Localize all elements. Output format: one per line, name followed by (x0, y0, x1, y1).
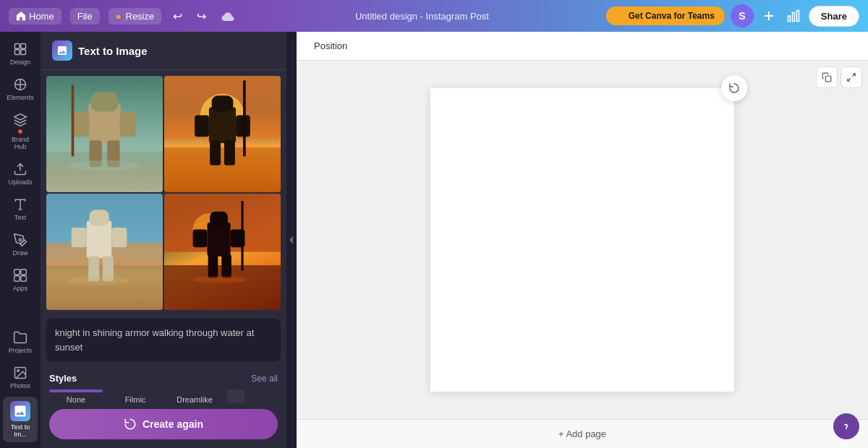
get-canva-button[interactable]: ★ Get Canva for Teams (606, 7, 725, 25)
help-button[interactable] (833, 413, 859, 439)
icon-sidebar: Design Elements Brand Hub Uploads Text D… (0, 32, 41, 448)
sidebar-item-brand-hub[interactable]: Brand Hub (3, 108, 38, 155)
styles-header: Styles See all (41, 367, 286, 387)
sidebar-text-label: Text (14, 214, 27, 221)
undo-button[interactable]: ↩ (170, 7, 185, 26)
sidebar-item-apps[interactable]: Apps (3, 264, 38, 296)
svg-rect-3 (15, 44, 20, 49)
svg-rect-66 (169, 391, 221, 392)
sidebar-item-design[interactable]: Design (3, 38, 38, 70)
sidebar-item-elements[interactable]: Elements (3, 73, 38, 105)
add-page-button[interactable]: + Add page (558, 428, 606, 439)
panel-header: Text to Image (41, 32, 286, 70)
svg-rect-12 (21, 276, 27, 282)
svg-point-14 (17, 370, 19, 371)
sidebar-item-draw[interactable]: Draw (3, 228, 38, 261)
svg-rect-10 (21, 270, 27, 275)
style-thumb-dreamlike (168, 389, 221, 392)
svg-rect-53 (242, 201, 244, 271)
panel-hide-toggle[interactable] (286, 32, 297, 448)
see-all-button[interactable]: See all (251, 374, 278, 384)
svg-rect-22 (72, 85, 75, 156)
svg-point-54 (193, 276, 247, 283)
share-button[interactable]: Share (809, 6, 859, 27)
cloud-save-button[interactable] (218, 8, 238, 24)
topbar: Home File ● Resize ↩ ↪ Untitled design -… (0, 0, 868, 32)
position-label: Position (314, 40, 347, 51)
generated-image-2[interactable] (164, 76, 281, 192)
refresh-button[interactable] (721, 75, 747, 101)
generated-images-grid (46, 76, 281, 310)
canvas-area: Position + Add pag (297, 32, 868, 448)
panel-header-icon (52, 40, 72, 61)
style-thumb-filmic (109, 389, 162, 392)
svg-rect-18 (73, 112, 89, 137)
svg-rect-39 (72, 228, 87, 247)
svg-rect-9 (14, 270, 20, 275)
file-button[interactable]: File (70, 8, 100, 25)
canvas-expand-button[interactable] (841, 66, 862, 88)
canvas-workspace[interactable] (297, 61, 868, 419)
svg-rect-2 (796, 11, 799, 22)
sidebar-item-projects[interactable]: Projects (3, 326, 38, 358)
sidebar-item-uploads[interactable]: Uploads (3, 158, 38, 190)
home-label: Home (29, 11, 54, 22)
svg-rect-0 (788, 16, 790, 22)
resize-label: Resize (126, 11, 155, 22)
topbar-right: ★ Get Canva for Teams S Share (606, 4, 859, 27)
analytics-button[interactable] (784, 7, 803, 25)
svg-rect-32 (224, 140, 235, 165)
sidebar-item-text[interactable]: Text (3, 193, 38, 225)
style-item-none[interactable]: None (49, 389, 103, 397)
sidebar-apps-label: Apps (13, 285, 28, 292)
generated-image-4[interactable] (164, 194, 281, 310)
add-collaborator-button[interactable] (760, 7, 778, 25)
panel-title: Text to Image (78, 45, 148, 57)
svg-rect-27 (209, 107, 236, 143)
create-again-label: Create again (142, 418, 203, 430)
svg-rect-11 (14, 276, 20, 282)
style-name-dreamlike: Dreamlike (176, 395, 213, 403)
style-item-filmic[interactable]: Filmic (109, 389, 162, 397)
add-page-bar: + Add page (297, 419, 868, 448)
redo-button[interactable]: ↪ (194, 7, 209, 26)
sidebar-design-label: Design (10, 59, 30, 66)
sidebar-text-to-image-label: Text to Im... (6, 423, 35, 438)
svg-rect-48 (210, 212, 228, 227)
svg-rect-52 (221, 254, 231, 277)
canvas-page-wrapper (430, 88, 734, 392)
svg-rect-15 (46, 152, 163, 192)
styles-next-button[interactable]: › (227, 389, 244, 403)
svg-rect-38 (89, 210, 109, 225)
sidebar-item-text-to-image[interactable]: Text to Im... (3, 397, 38, 442)
prompt-area[interactable]: knight in shining armor walking through … (46, 319, 281, 361)
generated-image-1[interactable] (46, 76, 163, 192)
style-name-none: None (67, 395, 85, 403)
svg-rect-56 (110, 391, 162, 392)
svg-point-23 (69, 160, 140, 171)
style-item-dreamlike[interactable]: Dreamlike (168, 389, 221, 397)
svg-rect-49 (193, 230, 208, 248)
text-to-image-panel: Text to Image (41, 32, 286, 448)
style-name-filmic: Filmic (125, 395, 146, 403)
svg-rect-29 (195, 115, 209, 137)
document-title: Untitled design - Instagram Post (244, 11, 600, 22)
resize-button[interactable]: ● Resize (109, 8, 162, 25)
position-button[interactable]: Position (308, 38, 353, 54)
canvas-copy-button[interactable] (816, 66, 838, 88)
svg-point-8 (19, 238, 21, 241)
home-button[interactable]: Home (9, 8, 61, 25)
sidebar-brand-label: Brand Hub (6, 136, 35, 150)
style-thumb-none (49, 389, 103, 392)
avatar-button[interactable]: S (731, 4, 754, 27)
generated-image-3[interactable] (46, 194, 163, 310)
svg-rect-33 (243, 80, 246, 156)
sidebar-draw-label: Draw (12, 249, 27, 257)
create-again-button[interactable]: Create again (49, 409, 278, 439)
svg-rect-47 (207, 223, 230, 257)
sidebar-item-photos[interactable]: Photos (3, 361, 38, 394)
svg-rect-28 (212, 95, 234, 111)
svg-rect-51 (208, 254, 218, 277)
canvas-page[interactable] (430, 88, 734, 392)
add-page-label: + Add page (558, 428, 606, 439)
